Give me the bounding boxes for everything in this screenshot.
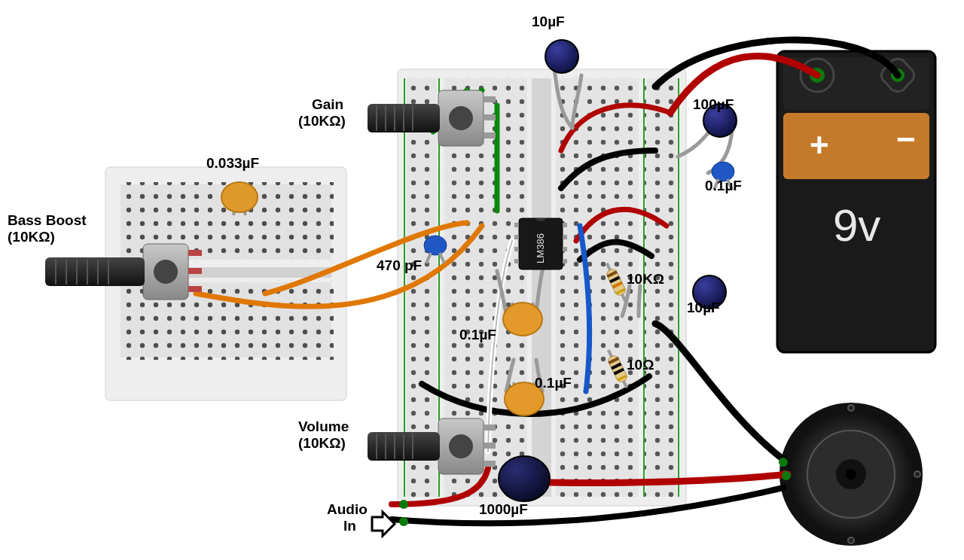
svg-rect-66 — [484, 443, 496, 449]
svg-rect-54 — [484, 96, 496, 102]
label-bass-2: (10KΩ) — [8, 229, 55, 245]
svg-rect-38 — [514, 235, 519, 239]
svg-rect-67 — [484, 461, 496, 467]
svg-rect-55 — [484, 114, 496, 120]
svg-rect-70 — [45, 257, 145, 286]
svg-rect-65 — [484, 425, 496, 431]
label-audio-2: In — [343, 518, 356, 534]
svg-point-99 — [779, 458, 788, 467]
svg-point-69 — [154, 260, 178, 284]
label-cap-470pf: 470 pF — [377, 257, 422, 274]
svg-rect-44 — [563, 259, 567, 263]
svg-rect-19 — [643, 78, 645, 497]
svg-point-100 — [782, 471, 791, 480]
ic-lm386: LM386 — [514, 218, 567, 269]
svg-rect-37 — [514, 223, 519, 227]
svg-rect-12 — [532, 78, 551, 497]
svg-rect-77 — [188, 250, 202, 256]
svg-rect-40 — [514, 259, 519, 263]
audio-in-arrow-icon — [372, 512, 395, 536]
label-cap-0.1uf-a: 0.1µF — [705, 178, 742, 194]
label-bass-1: Bass Boost — [8, 212, 87, 229]
battery-plus: + — [810, 126, 829, 163]
speaker — [779, 403, 923, 546]
label-gain-2: (10KΩ) — [298, 113, 346, 129]
svg-point-81 — [424, 236, 447, 255]
svg-point-58 — [449, 434, 473, 458]
cap-1000uf — [499, 456, 550, 501]
label-cap-1000uf: 1000µF — [479, 501, 528, 518]
svg-rect-78 — [188, 268, 202, 274]
svg-rect-39 — [514, 247, 519, 251]
label-cap-10uf-top: 10µF — [532, 14, 565, 30]
label-res-10: 10Ω — [627, 357, 654, 373]
label-cap-100uf: 100µF — [693, 96, 734, 113]
svg-point-47 — [449, 106, 473, 130]
svg-point-32 — [848, 405, 854, 411]
svg-point-97 — [399, 517, 408, 526]
svg-point-35 — [914, 471, 920, 477]
label-vol-2: (10KΩ) — [298, 435, 346, 452]
svg-rect-43 — [563, 247, 567, 251]
circuit-diagram: + − 9v — [0, 0, 964, 560]
svg-point-31 — [846, 469, 856, 479]
label-cap-0.033uf: 0.033µF — [206, 155, 259, 172]
svg-point-83 — [503, 303, 542, 336]
label-res-10k: 10KΩ — [627, 271, 664, 288]
label-vol-1: Volume — [298, 418, 349, 435]
svg-rect-41 — [563, 223, 567, 227]
svg-rect-56 — [484, 132, 496, 138]
battery-minus: − — [896, 120, 916, 157]
battery-9v: + − 9v — [777, 51, 935, 352]
cap-10uf-top — [545, 40, 578, 73]
svg-rect-14 — [645, 77, 678, 498]
label-cap-0.1uf-b: 0.1µF — [459, 327, 496, 343]
label-cap-0.1uf-c: 0.1µF — [535, 375, 572, 391]
svg-rect-42 — [563, 235, 567, 239]
battery-voltage: 9v — [833, 200, 880, 251]
label-audio-1: Audio — [327, 501, 368, 518]
svg-text:LM386: LM386 — [535, 233, 546, 263]
svg-rect-79 — [188, 286, 202, 292]
label-cap-10uf-b: 10µF — [687, 300, 720, 316]
cap-0.1uf-mid — [503, 303, 542, 336]
svg-rect-20 — [678, 78, 679, 497]
label-gain-1: Gain — [312, 96, 343, 113]
svg-point-82 — [221, 182, 258, 212]
svg-point-33 — [848, 537, 854, 543]
svg-point-98 — [399, 500, 408, 509]
